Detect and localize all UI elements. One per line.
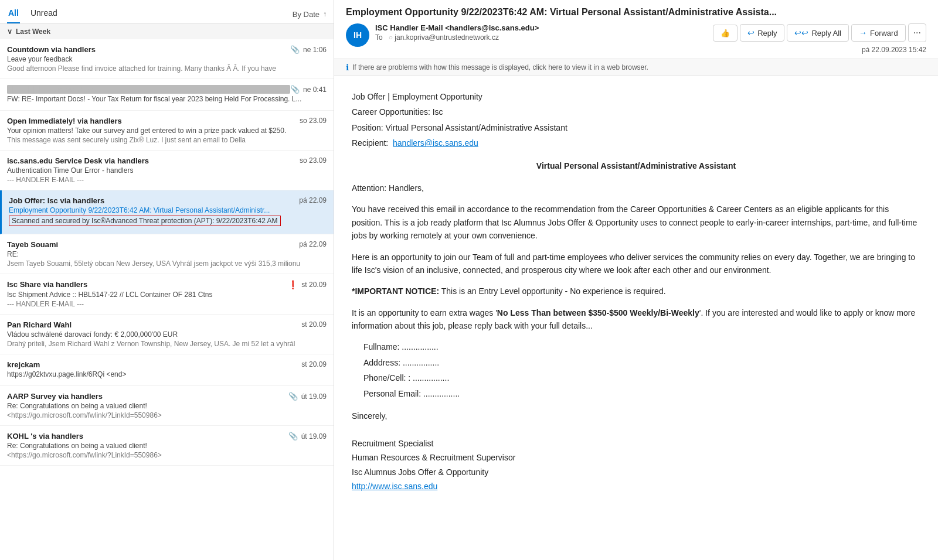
sincerely: Sincerely, xyxy=(352,409,920,422)
info-bar-text: If there are problems with how this mess… xyxy=(352,63,648,71)
field-address: Adddress: ................ xyxy=(363,356,920,369)
email-body-text: Attention: Handlers, You have received t… xyxy=(352,182,920,333)
attachment-icon: 📎 xyxy=(288,432,298,441)
email-subject: Authentication Time Our Error - handlers xyxy=(7,166,327,175)
list-item[interactable]: Job Offer: Isc via handlers pá 22.09 Emp… xyxy=(0,190,334,234)
tab-all[interactable]: All xyxy=(7,5,20,23)
email-subject: RE: xyxy=(7,250,327,258)
email-header-bar: Employment Opportunity 9/22/2023T6:42 AM… xyxy=(334,0,938,59)
email-subject: Re: Congratulations on being a valued cl… xyxy=(7,402,327,410)
email-subject: https://g02ktvxu.page.link/6RQi <end> xyxy=(7,370,327,378)
recipient-row: To ○ jan.kopriva@untrustednetwork.cz xyxy=(375,33,539,42)
tab-unread[interactable]: Unread xyxy=(29,5,59,23)
para3: *IMPORTANT NOTICE: This is an Entry Leve… xyxy=(352,285,920,298)
email-time: st 20.09 xyxy=(301,320,327,329)
email-time: pá 22.09 xyxy=(299,196,327,204)
para4-bold: No Less Than between $350-$500 Weekly/Bi… xyxy=(497,308,699,317)
list-item[interactable]: isc.sans.edu Service Desk via handlers s… xyxy=(0,151,334,190)
email-time: ne 1:06 xyxy=(303,46,327,54)
email-time: st 20.09 xyxy=(301,360,327,368)
sig-link[interactable]: http://www.isc.sans.edu xyxy=(352,482,437,491)
email-sender: ████████ via handlers xyxy=(7,85,290,94)
recipient-circle-icon: ○ xyxy=(389,33,393,42)
important-notice-text: This is an Entry Level opportunity - No … xyxy=(441,286,666,296)
sig-line3: Isc Alumnus Jobs Offer & Opportunity xyxy=(352,466,920,479)
email-sender: Countdown via handlers xyxy=(7,45,290,54)
email-timestamp: pá 22.09.2023 15:42 xyxy=(862,46,926,54)
list-item[interactable]: Isc Share via handlers ❗ st 20.09 Isc Sh… xyxy=(0,274,334,315)
email-preview: <https://go.microsoft.com/fwlink/?LinkId… xyxy=(7,411,327,419)
sort-controls[interactable]: By Date ↑ xyxy=(293,10,327,19)
important-notice-label: *IMPORTANT NOTICE: xyxy=(352,286,439,296)
list-item[interactable]: KOHL 's via handlers 📎 út 19.09 Re: Cong… xyxy=(0,426,334,466)
section-header-last-week[interactable]: ∨ Last Week xyxy=(0,24,334,39)
email-preview-threat: Scanned and secured by Isc®Advanced Thre… xyxy=(9,216,281,226)
email-preview: --- HANDLER E-MAIL --- xyxy=(7,300,327,308)
sender-details: ISC Handler E-Mail <handlers@isc.sans.ed… xyxy=(375,23,539,42)
forward-button[interactable]: → Forward xyxy=(851,24,906,42)
attachment-icon: 📎 xyxy=(290,45,300,54)
info-icon: ℹ xyxy=(346,63,349,72)
email-body: Job Offer | Employment Opportunity Caree… xyxy=(334,76,938,560)
email-sender: Open Immediately! via handlers xyxy=(7,117,300,125)
list-item[interactable]: AARP Survey via handlers 📎 út 19.09 Re: … xyxy=(0,386,334,426)
email-detail-title: Employment Opportunity 9/22/2023T6:42 AM… xyxy=(346,7,926,18)
recipient-email-link[interactable]: handlers@isc.sans.edu xyxy=(393,138,478,148)
field-fullname: Fullname: ................ xyxy=(363,340,920,353)
email-preview: Drahý priteli, Jsem Richard Wahl z Verno… xyxy=(7,340,327,348)
email-subject: Your opinion matters! Take our survey an… xyxy=(7,127,327,135)
email-time: út 19.09 xyxy=(301,392,327,401)
email-intro: Job Offer | Employment Opportunity Caree… xyxy=(352,90,920,150)
email-time: so 23.09 xyxy=(300,117,327,125)
email-sender: Tayeb Souami xyxy=(7,240,299,249)
like-button[interactable]: 👍 xyxy=(713,25,738,42)
email-time: so 23.09 xyxy=(300,156,327,165)
email-detail-panel: Employment Opportunity 9/22/2023T6:42 AM… xyxy=(334,0,938,560)
list-item[interactable]: Countdown via handlers 📎 ne 1:06 Leave y… xyxy=(0,39,334,79)
list-item[interactable]: Pan Richard Wahl st 20.09 Vládou schvále… xyxy=(0,315,334,354)
attachment-icon: 📎 xyxy=(288,392,298,401)
recipient-label: Recipient: xyxy=(352,138,388,148)
email-subject: Re: Congratulations on being a valued cl… xyxy=(7,442,327,450)
email-sender: isc.sans.edu Service Desk via handlers xyxy=(7,156,300,165)
reply-icon: ↩ xyxy=(747,28,755,37)
email-meta-row: IH ISC Handler E-Mail <handlers@isc.sans… xyxy=(346,23,926,54)
reply-button[interactable]: ↩ Reply xyxy=(740,24,784,42)
email-subject: FW: RE- Important Docs! - Your Tax Retur… xyxy=(7,95,327,103)
email-list: Countdown via handlers 📎 ne 1:06 Leave y… xyxy=(0,39,334,560)
tab-bar: All Unread By Date ↑ xyxy=(0,0,334,24)
email-preview: This message was sent securely using Zix… xyxy=(7,136,327,144)
email-time: pá 22.09 xyxy=(299,240,327,248)
more-options-button[interactable]: ··· xyxy=(908,23,926,42)
reply-all-icon: ↩↩ xyxy=(794,28,808,37)
list-item[interactable]: krejckam st 20.09 https://g02ktvxu.page.… xyxy=(0,354,334,386)
chevron-down-icon: ∨ xyxy=(7,28,12,36)
email-subject: Leave your feedback xyxy=(7,55,327,63)
list-item[interactable]: ████████ via handlers 📎 ne 0:41 FW: RE- … xyxy=(0,79,334,111)
email-preview: Good afternoon Please find invoice attac… xyxy=(7,64,327,73)
list-item[interactable]: Open Immediately! via handlers so 23.09 … xyxy=(0,111,334,151)
email-sender: Isc Share via handlers xyxy=(7,280,288,289)
sort-label: By Date xyxy=(293,10,320,19)
email-sender: krejckam xyxy=(7,360,301,369)
to-label: To xyxy=(375,33,383,42)
email-time: st 20.09 xyxy=(301,281,327,289)
email-subject: Isc Shipment Advice :: HBL5147-22 // LCL… xyxy=(7,291,327,299)
more-icon: ··· xyxy=(913,28,921,37)
sender-info: IH ISC Handler E-Mail <handlers@isc.sans… xyxy=(346,23,539,47)
email-preview: --- HANDLER E-MAIL --- xyxy=(7,176,327,184)
para4: It is an opportunity to earn extra wages… xyxy=(352,306,920,333)
urgent-icon: ❗ xyxy=(288,280,298,289)
email-preview: Jsem Tayeb Souami, 55letý obcan New Jers… xyxy=(7,259,327,268)
form-fields: Fullname: ................ Adddress: ...… xyxy=(363,340,920,400)
intro-line3: Position: Virtual Personal Assistant/Adm… xyxy=(352,121,920,134)
para2: Here is an opportunity to join our Team … xyxy=(352,251,920,277)
section-label: Last Week xyxy=(16,28,50,36)
reply-label: Reply xyxy=(757,29,777,37)
recipient-email: jan.kopriva@untrustednetwork.cz xyxy=(395,33,499,42)
list-item[interactable]: Tayeb Souami pá 22.09 RE: Jsem Tayeb Sou… xyxy=(0,234,334,274)
intro-line1: Job Offer | Employment Opportunity xyxy=(352,90,920,103)
reply-all-button[interactable]: ↩↩ Reply All xyxy=(787,24,849,42)
intro-line2: Career Opportunities: Isc xyxy=(352,105,920,118)
intro-line4: Recipient: handlers@isc.sans.edu xyxy=(352,136,920,149)
